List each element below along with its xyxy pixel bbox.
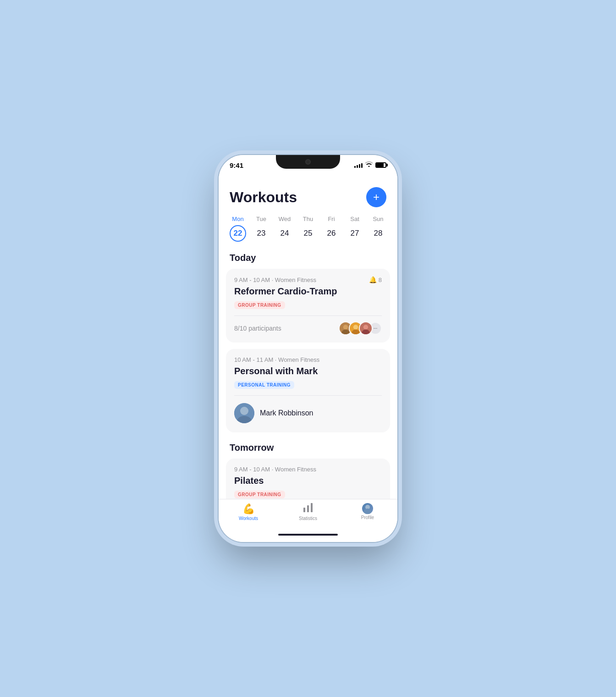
card-participants-reformer: 8/10 participants xyxy=(234,321,382,335)
day-number-fri: 26 xyxy=(323,225,340,242)
card-time-personal: 10 AM - 11 AM · Women Fitness xyxy=(234,356,319,363)
participants-count-reformer: 8/10 participants xyxy=(234,325,281,332)
tab-profile-label: Profile xyxy=(361,515,374,520)
trainer-name: Mark Robbinson xyxy=(260,409,314,417)
trainer-avatar xyxy=(234,403,254,423)
day-number-wed: 24 xyxy=(276,225,293,242)
day-name-tue: Tue xyxy=(256,216,266,222)
calendar-day-mon[interactable]: Mon 22 xyxy=(230,216,246,242)
header: Workouts + xyxy=(219,178,397,212)
svg-rect-20 xyxy=(311,503,313,512)
status-bar: 9:41 xyxy=(219,155,397,178)
card-meta-pilates: 9 AM - 10 AM · Women Fitness xyxy=(234,466,382,473)
tab-statistics[interactable]: Statistics xyxy=(290,503,326,521)
badge-group-training-pilates: GROUP TRAINING xyxy=(234,491,285,498)
today-section-label: Today xyxy=(219,249,397,269)
svg-point-7 xyxy=(363,325,368,329)
calendar-day-fri[interactable]: Fri 26 xyxy=(323,216,340,242)
notch xyxy=(276,155,340,169)
card-divider xyxy=(234,315,382,316)
svg-point-10 xyxy=(240,407,248,415)
trainer-row: Mark Robbinson xyxy=(234,401,382,425)
badge-personal-training: PERSONAL TRAINING xyxy=(234,381,294,389)
home-indicator xyxy=(278,534,338,536)
main-content: Workouts + Mon 22 Tue 23 Wed 24 Thu xyxy=(219,178,397,499)
calendar-day-wed[interactable]: Wed 24 xyxy=(276,216,293,242)
day-name-thu: Thu xyxy=(303,216,313,222)
status-time: 9:41 xyxy=(230,161,243,169)
day-name-mon: Mon xyxy=(232,216,243,222)
wifi-icon xyxy=(365,161,373,168)
screen: 9:41 xyxy=(219,155,397,542)
day-number-mon: 22 xyxy=(230,225,246,242)
status-icons xyxy=(354,161,386,168)
calendar-day-sat[interactable]: Sat 27 xyxy=(346,216,363,242)
svg-point-1 xyxy=(343,325,348,329)
tab-bar: 💪 Workouts Statistics Profile xyxy=(219,499,397,534)
profile-avatar-icon xyxy=(362,503,373,514)
day-name-sat: Sat xyxy=(350,216,359,222)
card-notification-reformer: 🔔 8 xyxy=(369,276,382,283)
phone-frame: 9:41 xyxy=(219,155,397,542)
day-number-thu: 25 xyxy=(300,225,316,242)
calendar-day-sun[interactable]: Sun 28 xyxy=(370,216,386,242)
calendar-day-tue[interactable]: Tue 23 xyxy=(253,216,270,242)
workouts-icon: 💪 xyxy=(242,503,255,515)
page-title: Workouts xyxy=(230,189,297,206)
day-name-wed: Wed xyxy=(279,216,291,222)
workout-card-personal[interactable]: 10 AM - 11 AM · Women Fitness Personal w… xyxy=(226,349,390,432)
card-time-reformer: 9 AM - 10 AM · Women Fitness xyxy=(234,277,316,283)
card-time-pilates: 9 AM - 10 AM · Women Fitness xyxy=(234,466,316,473)
svg-rect-18 xyxy=(303,508,305,512)
workout-card-reformer[interactable]: 9 AM - 10 AM · Women Fitness 🔔 8 Reforme… xyxy=(226,269,390,343)
svg-point-4 xyxy=(353,325,358,329)
card-title-pilates: Pilates xyxy=(234,476,382,486)
notification-count: 8 xyxy=(379,277,382,283)
card-meta-reformer: 9 AM - 10 AM · Women Fitness 🔔 8 xyxy=(234,276,382,283)
avatars-reformer: ··· xyxy=(339,321,382,335)
tab-statistics-label: Statistics xyxy=(299,516,317,521)
statistics-icon xyxy=(303,503,313,515)
calendar-day-thu[interactable]: Thu 25 xyxy=(300,216,316,242)
card-title-personal: Personal with Mark xyxy=(234,366,382,376)
card-meta-personal: 10 AM - 11 AM · Women Fitness xyxy=(234,356,382,363)
day-number-sat: 27 xyxy=(346,225,363,242)
tab-profile[interactable]: Profile xyxy=(349,503,386,521)
day-name-fri: Fri xyxy=(328,216,335,222)
camera xyxy=(305,159,311,165)
card-divider-personal xyxy=(234,395,382,396)
badge-group-training: GROUP TRAINING xyxy=(234,301,285,309)
calendar-strip: Mon 22 Tue 23 Wed 24 Thu 25 Fri 26 xyxy=(219,212,397,249)
add-workout-button[interactable]: + xyxy=(366,187,386,207)
tab-workouts[interactable]: 💪 Workouts xyxy=(230,503,267,521)
bell-icon: 🔔 xyxy=(369,276,377,283)
svg-rect-19 xyxy=(307,505,309,512)
card-title-reformer: Reformer Cardio-Tramp xyxy=(234,286,382,297)
avatar-3 xyxy=(359,321,373,335)
workout-card-pilates[interactable]: 9 AM - 10 AM · Women Fitness Pilates GRO… xyxy=(226,459,390,499)
day-number-tue: 23 xyxy=(253,225,270,242)
day-name-sun: Sun xyxy=(373,216,383,222)
tab-workouts-label: Workouts xyxy=(239,516,258,521)
battery-icon xyxy=(375,162,386,168)
tomorrow-section-label: Tomorrow xyxy=(219,439,397,459)
day-number-sun: 28 xyxy=(370,225,386,242)
signal-icon xyxy=(354,162,363,168)
